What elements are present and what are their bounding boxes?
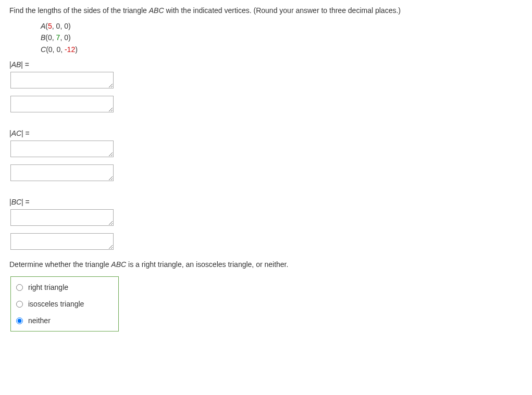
bc-input-1[interactable] [10,209,114,226]
bc-input-2[interactable] [10,233,114,250]
bc-var: BC [11,198,21,206]
determine-abc: ABC [111,260,126,269]
radio-neither-label[interactable]: neither [28,316,51,325]
bc-label: |BC| = [9,198,523,206]
vertex-b-p3: 0 [64,33,68,42]
ab-input-2[interactable] [10,96,114,112]
radio-option-right[interactable]: right triangle [16,283,113,291]
vertex-a: A(5, 0, 0) [41,20,523,32]
ac-inputs [9,141,523,181]
vertex-a-label: A [41,22,45,30]
vertex-c-p1: 0 [48,45,53,54]
ac-var: AC [11,129,21,137]
vertex-c-p3: -12 [65,45,75,54]
vertex-c-p2: 0 [56,45,60,54]
vertex-b-label: B [41,33,45,42]
ac-label: |AC| = [9,129,523,137]
ac-input-2[interactable] [10,164,114,181]
ab-var: AB [11,60,21,69]
triangle-type-radio-group: right triangle isosceles triangle neithe… [10,276,119,332]
radio-neither[interactable] [16,317,23,324]
vertex-b: B(0, 7, 0) [41,32,523,43]
ab-inputs [9,72,523,112]
vertices-block: A(5, 0, 0) B(0, 7, 0) C(0, 0, -12) [41,20,523,55]
prompt-abc: ABC [149,6,164,15]
vertex-c-label: C [41,45,46,54]
question-prompt: Find the lengths of the sides of the tri… [9,5,523,16]
vertex-c-close: ) [75,45,78,54]
radio-option-neither[interactable]: neither [16,316,113,325]
radio-right[interactable] [16,284,23,291]
radio-isosceles[interactable] [16,301,23,308]
determine-prefix: Determine whether the triangle [9,260,111,269]
ac-input-1[interactable] [10,141,114,157]
determine-suffix: is a right triangle, an isosceles triang… [126,260,288,269]
vertex-c: C(0, 0, -12) [41,44,523,55]
vertex-a-p3: 0 [64,22,68,30]
bc-inputs [9,209,523,250]
vertex-b-close: ) [68,33,71,42]
ab-input-1[interactable] [10,72,114,88]
vertex-b-p1: 0 [48,33,52,42]
radio-option-isosceles[interactable]: isosceles triangle [16,300,113,308]
determine-prompt: Determine whether the triangle ABC is a … [9,259,523,270]
radio-isosceles-label[interactable]: isosceles triangle [28,300,84,308]
vertex-a-p1: 5 [48,22,52,30]
prompt-prefix: Find the lengths of the sides of the tri… [9,6,149,15]
prompt-suffix: with the indicated vertices. (Round your… [164,6,401,15]
ab-label: |AB| = [9,60,523,69]
radio-right-label[interactable]: right triangle [28,283,68,291]
vertex-a-close: ) [68,22,71,30]
